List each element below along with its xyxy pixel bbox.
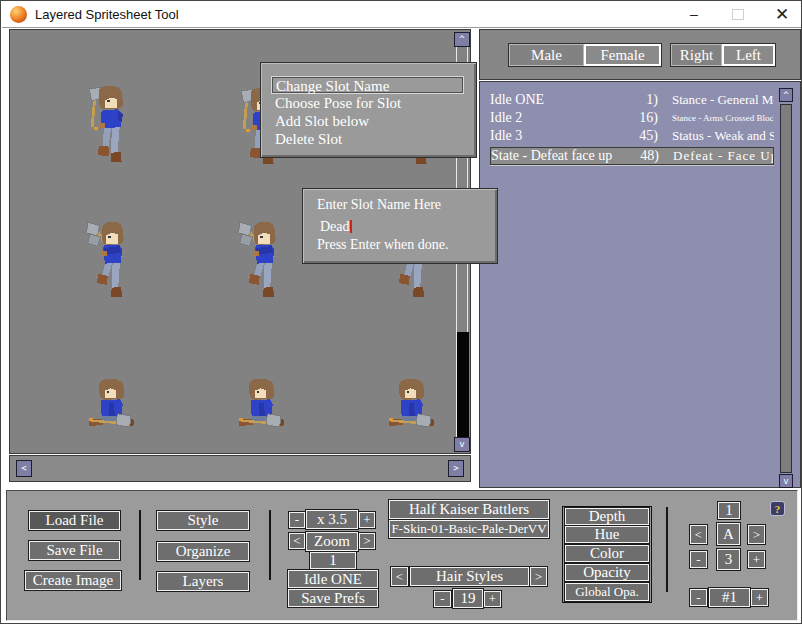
slot-desc: Stance - Arms Crossed Block Movin — [672, 113, 774, 123]
canvas-scroll-right-button[interactable]: > — [448, 460, 464, 477]
minimize-button[interactable]: – — [672, 1, 716, 27]
save-prefs-button[interactable]: Save Prefs — [288, 589, 378, 607]
depth-button[interactable]: Depth — [565, 508, 649, 525]
menu-item-delete-slot[interactable]: Delete Slot — [271, 130, 464, 148]
current-slot-button[interactable]: Idle ONE — [288, 570, 378, 588]
variant-minus-button[interactable]: - — [690, 589, 707, 606]
slot-row-selected[interactable]: State - Defeat face up 48) Defeat - Face… — [490, 147, 774, 165]
dialog-hint: Press Enter when done. — [317, 237, 448, 253]
right-button[interactable]: Right — [671, 44, 722, 66]
menu-item-change-slot-name[interactable]: Change Slot Name — [271, 76, 464, 94]
slot-name: State - Defeat face up — [491, 148, 621, 164]
female-button[interactable]: Female — [584, 44, 661, 66]
load-file-button[interactable]: Load File — [29, 511, 120, 530]
gender-toggle-group: Male Female — [508, 43, 662, 67]
help-button[interactable]: ? — [770, 501, 785, 516]
canvas-scroll-left-button[interactable]: < — [16, 460, 32, 477]
zoom-label[interactable]: Zoom — [306, 532, 358, 551]
create-image-button[interactable]: Create Image — [25, 571, 121, 590]
zoom-level-box: x 3.5 — [306, 510, 358, 529]
slot-list-panel: Idle ONE 1) Stance - General Movin Idle … — [479, 81, 801, 488]
layers-button[interactable]: Layers — [157, 572, 249, 591]
zoom-prev-button[interactable]: < — [289, 533, 305, 549]
canvas-horizontal-scrollbar[interactable]: < > — [9, 455, 471, 482]
zoom-plus-button[interactable]: + — [359, 512, 375, 528]
sprite-axe-1[interactable] — [85, 220, 133, 308]
canvas-scroll-thumb[interactable] — [457, 332, 469, 437]
sprite-defeat-3[interactable] — [387, 377, 437, 435]
menu-item-add-slot-below[interactable]: Add Slot below — [271, 112, 464, 130]
slot-desc: Stance - General Movin — [672, 92, 774, 108]
chevron-up-icon: ^ — [783, 91, 788, 100]
close-button[interactable]: ✕ — [760, 1, 802, 27]
hair-styles-button[interactable]: Hair Styles — [410, 567, 529, 586]
canvas-scroll-down-button[interactable]: v — [454, 437, 470, 452]
slot-name-value: Dead — [320, 219, 350, 234]
dialog-title: Enter Slot Name Here — [317, 197, 441, 213]
divider — [666, 507, 668, 592]
skin-file-name-box: F-Skin-01-Basic-Pale-DerVV — [389, 520, 549, 538]
sprite-axe-2[interactable] — [237, 220, 285, 308]
male-button[interactable]: Male — [509, 44, 584, 66]
slot-desc: Defeat - Face Up — [673, 148, 773, 164]
list-scroll-up-button[interactable]: ^ — [779, 88, 793, 102]
maximize-button — [716, 1, 760, 27]
slot-name-dialog: Enter Slot Name Here Dead Press Enter wh… — [302, 188, 498, 264]
color-button[interactable]: Color — [565, 545, 649, 562]
minimize-icon: – — [690, 6, 698, 22]
list-scroll-down-button[interactable]: v — [779, 474, 793, 488]
chevron-up-icon: ^ — [459, 35, 464, 44]
sprite-defeat-1[interactable] — [87, 377, 137, 435]
text-caret — [350, 220, 352, 233]
canvas-scroll-up-button[interactable]: ^ — [454, 32, 470, 47]
save-file-button[interactable]: Save File — [29, 541, 120, 560]
question-icon: ? — [775, 503, 781, 515]
slot-row[interactable]: Idle 2 16) Stance - Arms Crossed Block M… — [490, 109, 774, 127]
chevron-down-icon: v — [783, 477, 788, 486]
slot-row[interactable]: Idle ONE 1) Stance - General Movin — [490, 91, 774, 109]
slot-number: 16) — [620, 110, 658, 126]
sprite-defeat-2[interactable] — [237, 377, 287, 435]
spritesheet-name-box: Half Kaiser Battlers — [389, 500, 549, 519]
slot-number: 48) — [621, 148, 659, 164]
close-icon: ✕ — [775, 4, 789, 25]
style-button[interactable]: Style — [157, 511, 249, 530]
slot-name: Idle 3 — [490, 128, 620, 144]
frame-number-box: 1 — [310, 552, 356, 569]
hair-minus-button[interactable]: - — [434, 591, 451, 607]
global-opacity-button[interactable]: Global Opa. — [565, 583, 649, 601]
control-panel: Load File Save File Create Image Style O… — [6, 490, 798, 621]
layer-plus-button[interactable]: + — [748, 551, 765, 568]
divider — [139, 510, 141, 580]
maximize-icon — [732, 9, 744, 20]
opacity-button[interactable]: Opacity — [565, 564, 649, 581]
hair-plus-button[interactable]: + — [484, 591, 501, 607]
slot-name: Idle 2 — [490, 110, 620, 126]
slot-desc: Status - Weak and Seat — [672, 128, 774, 144]
menu-item-choose-pose-for-slot[interactable]: Choose Pose for Slot — [271, 94, 464, 112]
layer-count-box: 1 — [718, 502, 740, 519]
slot-name: Idle ONE — [490, 92, 620, 108]
layer-minus-button[interactable]: - — [690, 551, 707, 568]
slot-row[interactable]: Idle 3 45) Status - Weak and Seat — [490, 127, 774, 145]
chevron-left-icon: < — [21, 464, 26, 473]
hair-prev-button[interactable]: < — [391, 567, 408, 586]
facing-toggle-group: Right Left — [670, 43, 776, 67]
left-button[interactable]: Left — [722, 44, 775, 66]
hue-button[interactable]: Hue — [565, 526, 649, 543]
slot-context-menu: Change Slot Name Choose Pose for Slot Ad… — [260, 62, 477, 158]
layer-letter-box: A — [717, 523, 740, 545]
layer-prev-button[interactable]: < — [690, 525, 707, 544]
variant-plus-button[interactable]: + — [751, 589, 768, 606]
hair-next-button[interactable]: > — [530, 567, 547, 586]
list-vertical-scrollbar[interactable] — [780, 104, 792, 473]
layer-value-box: 3 — [717, 549, 740, 570]
sprite-idle-1[interactable] — [87, 85, 133, 171]
layer-next-button[interactable]: > — [748, 525, 765, 544]
window-title: Layered Spritesheet Tool — [35, 7, 179, 22]
slot-number: 1) — [620, 92, 658, 108]
slot-name-input[interactable]: Dead — [320, 219, 352, 235]
zoom-minus-button[interactable]: - — [289, 512, 305, 528]
organize-button[interactable]: Organize — [157, 542, 249, 561]
zoom-next-button[interactable]: > — [359, 533, 375, 549]
